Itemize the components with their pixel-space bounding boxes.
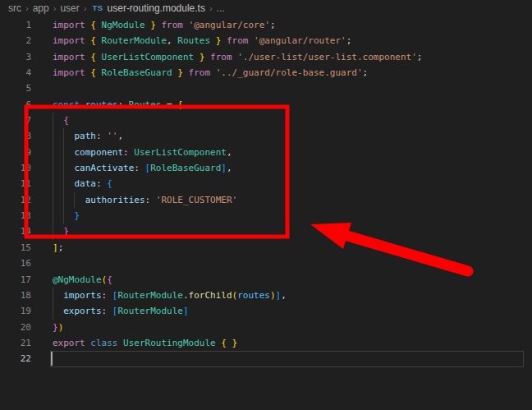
- line-number[interactable]: 5: [0, 81, 31, 96]
- code-token: RoleBaseGuard: [150, 163, 221, 173]
- code-token: :: [118, 99, 129, 110]
- code-token: {: [107, 274, 112, 285]
- code-token: import: [53, 52, 90, 62]
- code-line[interactable]: 20}): [0, 320, 532, 335]
- code-line-text[interactable]: }: [53, 208, 80, 223]
- line-number[interactable]: 13: [0, 208, 31, 223]
- code-line-text[interactable]: authorities: 'ROLE_CUSTOMER': [53, 192, 237, 208]
- code-line[interactable]: 7 {: [0, 113, 532, 128]
- code-token: ,: [167, 35, 177, 46]
- code-line[interactable]: 16: [0, 256, 532, 271]
- code-token: routes: [237, 290, 270, 301]
- line-number[interactable]: 21: [0, 335, 31, 351]
- code-token: {: [107, 178, 112, 189]
- code-line[interactable]: 2import { RouterModule, Routes } from '@…: [0, 33, 532, 48]
- code-token: [53, 195, 85, 205]
- breadcrumb-item-overflow[interactable]: ...: [217, 2, 225, 14]
- code-line-text[interactable]: }): [53, 320, 63, 335]
- line-number[interactable]: 12: [0, 192, 31, 208]
- code-line[interactable]: 21export class UserRoutingModule { }: [0, 335, 532, 351]
- indent-guide: [53, 288, 53, 320]
- breadcrumb: src›app›user›TSuser-routing.module.ts›..…: [0, 0, 532, 16]
- line-number[interactable]: 19: [0, 303, 31, 319]
- code-line-text[interactable]: }: [53, 223, 69, 239]
- code-line-text[interactable]: import { RouterModule, Routes } from '@a…: [53, 33, 351, 48]
- code-token: import: [53, 20, 90, 30]
- typescript-file-icon: TS: [92, 3, 103, 12]
- code-line[interactable]: 14 }: [0, 223, 532, 239]
- code-token: [53, 290, 63, 301]
- code-token: RouterModule: [102, 35, 167, 46]
- code-line-text[interactable]: data: {: [53, 176, 112, 191]
- code-token: }: [75, 210, 80, 221]
- code-token: from: [204, 52, 237, 62]
- code-token: :: [145, 195, 156, 205]
- line-number[interactable]: 22: [0, 351, 31, 366]
- code-token: :: [102, 306, 112, 316]
- code-line[interactable]: 5: [0, 81, 532, 96]
- code-token: path: [75, 131, 97, 141]
- code-line-text[interactable]: canActivate: [RoleBaseGuard],: [53, 160, 232, 176]
- code-line[interactable]: 9 component: UserListComponent,: [0, 145, 532, 160]
- code-line[interactable]: 19 exports: [RouterModule]: [0, 303, 532, 319]
- code-line[interactable]: 15];: [0, 240, 532, 256]
- code-line-text[interactable]: import { RoleBaseGuard } from '../_guard…: [53, 65, 368, 81]
- code-line-text[interactable]: exports: [RouterModule]: [53, 303, 189, 319]
- code-line[interactable]: 17@NgModule({: [0, 272, 532, 288]
- code-line[interactable]: 4import { RoleBaseGuard } from '../_guar…: [0, 65, 532, 81]
- code-line-text[interactable]: component: UserListComponent,: [53, 145, 232, 160]
- line-number[interactable]: 6: [0, 97, 31, 113]
- line-number[interactable]: 2: [0, 33, 31, 48]
- breadcrumb-item-user[interactable]: user: [60, 2, 79, 14]
- code-editor[interactable]: 1import { NgModule } from '@angular/core…: [0, 16, 532, 367]
- line-number[interactable]: 11: [0, 176, 31, 191]
- code-line-text[interactable]: export class UserRoutingModule { }: [53, 335, 237, 351]
- breadcrumb-item-app[interactable]: app: [33, 2, 49, 14]
- line-number[interactable]: 1: [0, 17, 31, 33]
- line-number[interactable]: 14: [0, 223, 31, 239]
- code-token: }: [53, 322, 58, 333]
- line-number[interactable]: 10: [0, 160, 31, 176]
- code-token: from: [156, 20, 189, 30]
- code-line[interactable]: 1import { NgModule } from '@angular/core…: [0, 17, 532, 33]
- code-line-text[interactable]: {: [53, 113, 69, 128]
- line-number[interactable]: 17: [0, 272, 31, 288]
- code-line[interactable]: 12 authorities: 'ROLE_CUSTOMER': [0, 192, 532, 208]
- code-token: {: [90, 67, 101, 78]
- code-token: from: [183, 67, 216, 78]
- code-token: ;: [58, 242, 64, 253]
- line-number[interactable]: 3: [0, 49, 31, 65]
- code-line[interactable]: 13 }: [0, 208, 532, 223]
- line-number[interactable]: 15: [0, 240, 31, 256]
- code-line-text[interactable]: ];: [53, 240, 63, 256]
- current-line-highlight: [50, 351, 524, 366]
- breadcrumb-item-src[interactable]: src: [8, 2, 21, 14]
- code-token: }: [172, 67, 183, 78]
- code-token: class: [90, 338, 123, 348]
- breadcrumb-item-file[interactable]: user-routing.module.ts: [108, 2, 205, 14]
- line-number[interactable]: 9: [0, 145, 31, 160]
- code-line[interactable]: 3import { UserListComponent } from './us…: [0, 49, 532, 65]
- code-token: :: [102, 290, 112, 301]
- code-token: ,: [281, 290, 287, 301]
- code-line[interactable]: 18 imports: [RouterModule.forChild(route…: [0, 288, 532, 303]
- line-number[interactable]: 8: [0, 128, 31, 144]
- code-line[interactable]: 6const routes: Routes = [: [0, 97, 532, 113]
- code-line[interactable]: 10 canActivate: [RoleBaseGuard],: [0, 160, 532, 176]
- code-token: :: [96, 131, 107, 141]
- code-line[interactable]: 11 data: {: [0, 176, 532, 191]
- line-number[interactable]: 4: [0, 65, 31, 81]
- code-token: Routes: [129, 99, 162, 110]
- line-number[interactable]: 16: [0, 256, 31, 271]
- line-number[interactable]: 7: [0, 113, 31, 128]
- code-line-text[interactable]: const routes: Routes = [: [53, 97, 183, 113]
- code-line-text[interactable]: imports: [RouterModule.forChild(routes)]…: [53, 288, 287, 303]
- code-line-text[interactable]: @NgModule({: [53, 272, 112, 288]
- code-token: from: [221, 35, 254, 46]
- line-number[interactable]: 18: [0, 288, 31, 303]
- code-token: .: [183, 290, 189, 301]
- code-line-text[interactable]: import { NgModule } from '@angular/core'…: [53, 17, 276, 33]
- code-line[interactable]: 8 path: '',: [0, 128, 532, 144]
- line-number[interactable]: 20: [0, 320, 31, 335]
- code-line-text[interactable]: import { UserListComponent } from './use…: [53, 49, 422, 65]
